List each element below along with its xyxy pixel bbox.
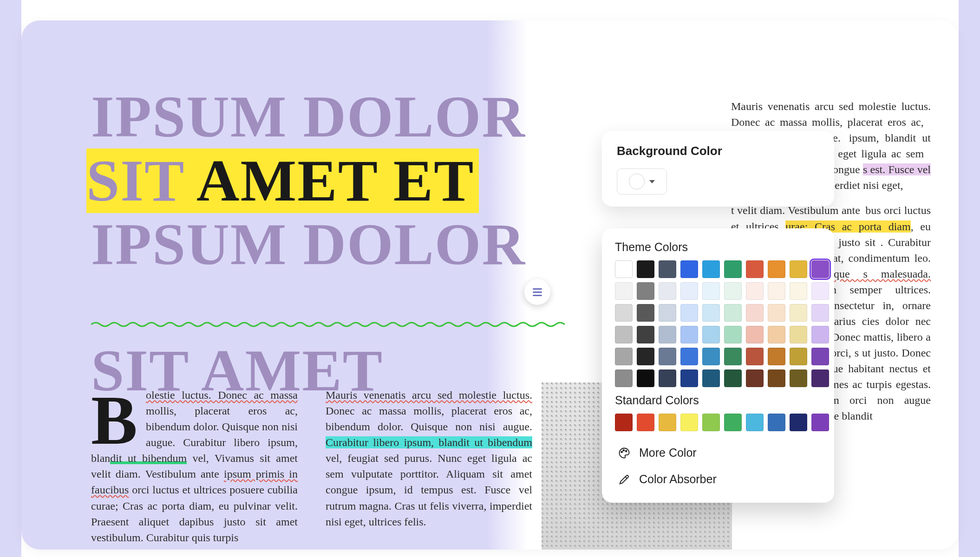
- theme-swatch[interactable]: [702, 282, 720, 300]
- theme-swatch[interactable]: [659, 304, 676, 322]
- theme-swatch[interactable]: [680, 348, 698, 365]
- theme-swatch[interactable]: [680, 260, 698, 278]
- theme-swatch[interactable]: [811, 282, 829, 300]
- menu-icon: [533, 288, 542, 296]
- body-text-highlight-cyan: Curabitur libero ipsum, blandit ut biben…: [326, 436, 532, 448]
- theme-swatch[interactable]: [768, 304, 785, 322]
- editor-card: IPSUM DOLOR SIT AMET ET IPSUM DOLOR SIT …: [21, 20, 959, 550]
- theme-swatch[interactable]: [659, 282, 676, 300]
- svg-point-2: [626, 450, 627, 452]
- theme-swatch[interactable]: [790, 260, 807, 278]
- theme-swatch[interactable]: [637, 369, 654, 387]
- theme-swatch[interactable]: [746, 326, 764, 343]
- theme-swatch[interactable]: [680, 304, 698, 322]
- body-col-1: B olestie luctus. Donec ac massa mollis,…: [91, 387, 298, 545]
- theme-swatch[interactable]: [790, 348, 807, 365]
- theme-swatch[interactable]: [702, 369, 720, 387]
- theme-swatch[interactable]: [702, 348, 720, 365]
- theme-swatch[interactable]: [790, 369, 807, 387]
- theme-swatch[interactable]: [790, 282, 807, 300]
- title-line-3: IPSUM DOLOR: [91, 213, 583, 276]
- current-bg-swatch: [629, 174, 645, 189]
- theme-swatch[interactable]: [637, 260, 654, 278]
- theme-swatch[interactable]: [702, 260, 720, 278]
- standard-swatch[interactable]: [746, 414, 764, 431]
- wavy-underline: [91, 321, 569, 327]
- chevron-down-icon: [649, 180, 655, 183]
- theme-swatch[interactable]: [637, 326, 654, 343]
- theme-swatch[interactable]: [746, 369, 764, 387]
- theme-swatch[interactable]: [724, 348, 742, 365]
- theme-swatch[interactable]: [811, 260, 829, 278]
- body-text: dit ut bibendum: [110, 452, 187, 464]
- color-absorber-label: Color Absorber: [639, 473, 717, 486]
- theme-swatch[interactable]: [768, 348, 785, 365]
- theme-swatch[interactable]: [680, 326, 698, 343]
- svg-point-0: [621, 451, 622, 453]
- overlay-drag-handle[interactable]: [524, 279, 550, 305]
- theme-swatch[interactable]: [659, 369, 676, 387]
- body-col-2: Mauris venenatis arcu sed molestie luctu…: [326, 387, 532, 545]
- theme-swatch[interactable]: [702, 326, 720, 343]
- standard-swatch[interactable]: [659, 414, 676, 431]
- standard-swatch[interactable]: [768, 414, 785, 431]
- theme-swatch[interactable]: [790, 326, 807, 343]
- theme-swatch[interactable]: [746, 260, 764, 278]
- theme-swatch[interactable]: [659, 348, 676, 365]
- theme-swatch[interactable]: [615, 304, 633, 322]
- theme-swatch[interactable]: [811, 369, 829, 387]
- theme-swatch[interactable]: [746, 304, 764, 322]
- theme-swatch[interactable]: [680, 282, 698, 300]
- standard-swatch[interactable]: [811, 414, 829, 431]
- theme-swatch[interactable]: [746, 348, 764, 365]
- theme-swatch[interactable]: [724, 369, 742, 387]
- theme-swatch[interactable]: [811, 326, 829, 343]
- theme-swatch[interactable]: [615, 348, 633, 365]
- theme-swatch[interactable]: [615, 260, 633, 278]
- theme-swatch[interactable]: [680, 369, 698, 387]
- color-absorber-button[interactable]: Color Absorber: [615, 466, 821, 492]
- body-text: Mauris venenatis arcu sed molestie luctu…: [326, 389, 532, 401]
- theme-color-grid: [615, 260, 821, 387]
- theme-swatch[interactable]: [615, 369, 633, 387]
- body-text: olestie luctus. Donec ac massa: [146, 389, 298, 401]
- theme-swatch[interactable]: [637, 348, 654, 365]
- standard-swatch[interactable]: [637, 414, 654, 431]
- theme-swatch[interactable]: [724, 282, 742, 300]
- theme-swatch[interactable]: [790, 304, 807, 322]
- theme-swatch[interactable]: [659, 326, 676, 343]
- theme-swatch[interactable]: [724, 326, 742, 343]
- standard-swatch[interactable]: [790, 414, 807, 431]
- theme-swatch[interactable]: [702, 304, 720, 322]
- color-picker-popover: Theme Colors Standard Colors More Color …: [602, 228, 834, 503]
- theme-swatch[interactable]: [811, 348, 829, 365]
- standard-colors-label: Standard Colors: [615, 394, 821, 407]
- bg-color-dropdown[interactable]: [617, 168, 667, 194]
- svg-point-1: [623, 449, 624, 451]
- standard-swatch[interactable]: [702, 414, 720, 431]
- standard-color-row: [615, 414, 821, 431]
- body-columns-left: B olestie luctus. Donec ac massa mollis,…: [91, 387, 532, 545]
- theme-swatch[interactable]: [724, 304, 742, 322]
- title-line-2-b: AMET ET: [196, 148, 474, 214]
- theme-swatch[interactable]: [768, 326, 785, 343]
- theme-swatch[interactable]: [637, 304, 654, 322]
- more-color-button[interactable]: More Color: [615, 440, 821, 466]
- theme-swatch[interactable]: [659, 260, 676, 278]
- theme-swatch[interactable]: [768, 282, 785, 300]
- palette-icon: [618, 447, 631, 460]
- theme-swatch[interactable]: [768, 369, 785, 387]
- theme-swatch[interactable]: [768, 260, 785, 278]
- standard-swatch[interactable]: [724, 414, 742, 431]
- theme-swatch[interactable]: [615, 282, 633, 300]
- document-title: IPSUM DOLOR SIT AMET ET IPSUM DOLOR SIT …: [91, 85, 583, 402]
- theme-swatch[interactable]: [615, 326, 633, 343]
- title-line-1: IPSUM DOLOR: [91, 85, 583, 149]
- title-line-2-a: SIT: [86, 148, 196, 214]
- theme-swatch[interactable]: [811, 304, 829, 322]
- standard-swatch[interactable]: [615, 414, 633, 431]
- theme-swatch[interactable]: [724, 260, 742, 278]
- theme-swatch[interactable]: [746, 282, 764, 300]
- standard-swatch[interactable]: [680, 414, 698, 431]
- theme-swatch[interactable]: [637, 282, 654, 300]
